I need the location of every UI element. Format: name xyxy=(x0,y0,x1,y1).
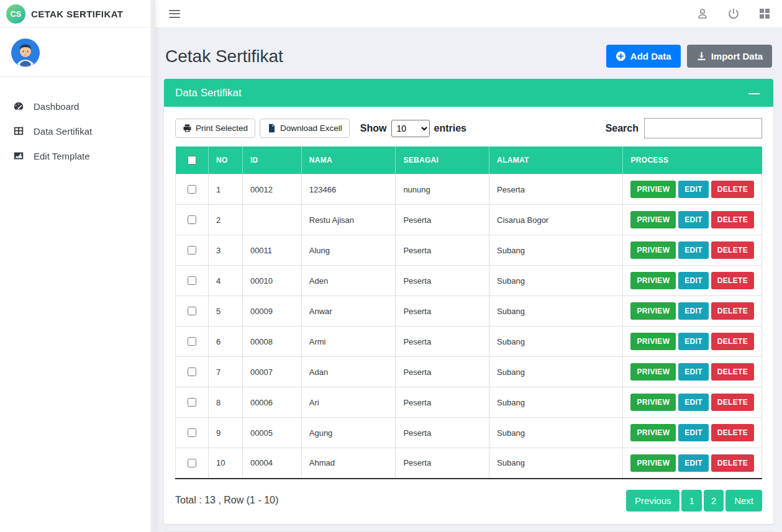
priview-button[interactable]: PRIVIEW xyxy=(630,333,676,350)
cell-nama: Ahmad xyxy=(301,448,396,479)
delete-button[interactable]: DELETE xyxy=(711,424,754,441)
print-selected-button[interactable]: Print Selected xyxy=(175,119,255,138)
page-2-button[interactable]: 2 xyxy=(704,490,724,512)
row-checkbox[interactable] xyxy=(188,367,196,376)
app-title: CETAK SERTIFIKAT xyxy=(31,9,123,19)
user-icon[interactable] xyxy=(696,7,709,20)
search-input[interactable] xyxy=(644,118,762,138)
cell-alamat: Subang xyxy=(489,387,623,418)
row-checkbox[interactable] xyxy=(188,307,196,315)
row-select-cell xyxy=(176,357,209,387)
data-sertifikat-card: Data Sertifikat — Print Selected xyxy=(164,79,773,524)
row-checkbox[interactable] xyxy=(188,398,196,407)
app-logo: CS xyxy=(6,4,25,24)
edit-button[interactable]: EDIT xyxy=(678,241,709,259)
priview-button[interactable]: PRIVIEW xyxy=(630,454,676,472)
show-label: Show xyxy=(360,123,387,134)
edit-button[interactable]: EDIT xyxy=(678,333,709,350)
cell-alamat: Subang xyxy=(489,296,623,327)
delete-button[interactable]: DELETE xyxy=(711,363,754,381)
priview-button[interactable]: PRIVIEW xyxy=(630,211,676,228)
priview-button[interactable]: PRIVIEW xyxy=(630,363,676,381)
delete-button[interactable]: DELETE xyxy=(711,302,754,320)
row-checkbox[interactable] xyxy=(188,337,196,346)
table-row: 6 00008 Armi Peserta Subang PRIVIEW EDIT… xyxy=(176,327,762,357)
sidebar-item-dashboard[interactable]: Dashboard xyxy=(0,94,155,119)
table-toolbar: Print Selected Download Excell Show 10 e… xyxy=(175,118,762,138)
priview-button[interactable]: PRIVIEW xyxy=(630,272,676,289)
download-excel-button[interactable]: Download Excell xyxy=(260,119,350,138)
cell-sebagai: Peserta xyxy=(396,205,489,235)
edit-button[interactable]: EDIT xyxy=(678,181,709,198)
priview-button[interactable]: PRIVIEW xyxy=(630,424,676,441)
cell-alamat: Subang xyxy=(489,327,623,357)
delete-button[interactable]: DELETE xyxy=(711,333,754,350)
add-data-button[interactable]: Add Data xyxy=(606,45,681,68)
header-no: NO xyxy=(208,147,242,174)
priview-button[interactable]: PRIVIEW xyxy=(630,302,676,320)
page-size-control: Show 10 entries xyxy=(360,120,466,137)
import-data-button[interactable]: Import Data xyxy=(687,45,772,68)
cell-sebagai: Peserta xyxy=(396,448,489,479)
delete-button[interactable]: DELETE xyxy=(711,394,754,411)
collapse-icon[interactable]: — xyxy=(746,86,762,100)
cell-sebagai: Peserta xyxy=(396,296,489,327)
page-size-select[interactable]: 10 xyxy=(391,120,430,137)
delete-button[interactable]: DELETE xyxy=(711,241,754,259)
power-icon[interactable] xyxy=(727,7,740,20)
edit-button[interactable]: EDIT xyxy=(678,272,709,289)
cell-sebagai: Peserta xyxy=(396,387,489,418)
cell-nama: Adan xyxy=(301,357,396,387)
row-checkbox[interactable] xyxy=(188,276,196,285)
cell-process: PRIVIEW EDIT DELETE xyxy=(623,448,762,479)
sidebar-scrollbar[interactable] xyxy=(150,0,155,532)
table-header-row: NO ID NAMA SEBAGAI ALAMAT PROCESS xyxy=(176,147,762,174)
edit-button[interactable]: EDIT xyxy=(678,424,709,441)
delete-button[interactable]: DELETE xyxy=(711,181,754,198)
row-checkbox[interactable] xyxy=(188,185,196,194)
cell-nama: Anwar xyxy=(301,296,396,327)
card-title: Data Sertifikat xyxy=(175,87,242,99)
edit-button[interactable]: EDIT xyxy=(678,363,709,381)
sidebar: CS CETAK SERTIFIKAT Dashboard Data Serti… xyxy=(0,0,155,532)
edit-button[interactable]: EDIT xyxy=(678,454,709,472)
cell-no: 3 xyxy=(208,235,242,266)
table-icon xyxy=(13,125,24,137)
priview-button[interactable]: PRIVIEW xyxy=(630,181,676,198)
plus-circle-icon xyxy=(616,51,626,61)
cell-alamat: Cisarua Bogor xyxy=(489,205,623,235)
page-header: Cetak Sertifikat Add Data Import Data xyxy=(165,45,772,68)
delete-button[interactable]: DELETE xyxy=(711,272,754,289)
header-alamat: ALAMAT xyxy=(489,147,623,174)
pagination: Previous 1 2 Next xyxy=(626,490,762,512)
previous-page-button[interactable]: Previous xyxy=(626,490,680,512)
page-1-button[interactable]: 1 xyxy=(681,490,701,512)
select-all-checkbox[interactable] xyxy=(188,156,196,165)
next-page-button[interactable]: Next xyxy=(725,490,762,512)
cell-sebagai: Peserta xyxy=(396,266,489,296)
delete-button[interactable]: DELETE xyxy=(711,211,754,228)
download-icon xyxy=(696,51,707,61)
print-selected-label: Print Selected xyxy=(196,124,248,133)
menu-toggle-icon[interactable] xyxy=(169,10,180,18)
row-checkbox[interactable] xyxy=(188,215,196,224)
edit-button[interactable]: EDIT xyxy=(678,302,709,320)
delete-button[interactable]: DELETE xyxy=(711,454,754,472)
edit-button[interactable]: EDIT xyxy=(678,211,709,228)
row-checkbox[interactable] xyxy=(188,428,196,437)
grid-icon[interactable] xyxy=(758,7,771,20)
header-id: ID xyxy=(242,147,301,174)
priview-button[interactable]: PRIVIEW xyxy=(630,394,676,411)
sidebar-item-edit-template[interactable]: Edit Template xyxy=(0,143,155,168)
row-select-cell xyxy=(176,266,209,296)
table-row: 4 00010 Aden Peserta Subang PRIVIEW EDIT… xyxy=(176,266,762,296)
priview-button[interactable]: PRIVIEW xyxy=(630,241,676,259)
cell-id: 00004 xyxy=(242,448,301,479)
cell-process: PRIVIEW EDIT DELETE xyxy=(623,205,762,235)
sidebar-item-data-sertifikat[interactable]: Data Sertifikat xyxy=(0,119,155,143)
row-checkbox[interactable] xyxy=(188,246,196,255)
cell-nama: Alung xyxy=(301,235,396,266)
row-checkbox[interactable] xyxy=(188,459,196,467)
edit-button[interactable]: EDIT xyxy=(678,394,709,411)
cell-alamat: Subang xyxy=(489,448,623,479)
